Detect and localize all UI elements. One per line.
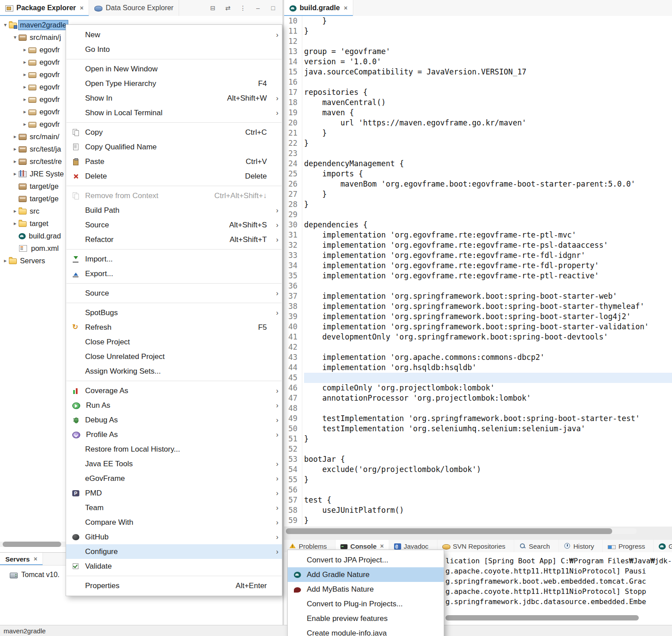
code-line-x[interactable]: 19 maven { bbox=[284, 108, 672, 118]
menu-item-copy[interactable]: Copy Ctrl+C bbox=[66, 125, 282, 140]
expand-arrow-icon[interactable]: ▸ bbox=[21, 71, 28, 78]
code-line-x[interactable]: 14 version = '1.0.0' bbox=[284, 57, 672, 67]
code-editor[interactable]: 10 } 11 } 12 13 group = 'egovframe' 14 v… bbox=[284, 16, 672, 527]
code-line-x[interactable]: 57 test { bbox=[284, 495, 672, 505]
code-line-x[interactable]: 25 imports { bbox=[284, 169, 672, 179]
menu-item-assign-working-sets[interactable]: Assign Working Sets... bbox=[66, 364, 282, 378]
code-line-x[interactable]: 11 } bbox=[284, 26, 672, 36]
menu-item-delete[interactable]: Delete Delete bbox=[66, 169, 282, 183]
expand-arrow-icon[interactable]: ▸ bbox=[12, 146, 19, 152]
code-line-x[interactable]: 28 } bbox=[284, 199, 672, 210]
menu-item-properties[interactable]: Properties Alt+Enter bbox=[66, 578, 282, 593]
code-line-x[interactable]: 30 dependencies { bbox=[284, 220, 672, 230]
scrollbar-thumb[interactable] bbox=[445, 615, 639, 620]
expand-arrow-icon[interactable]: ▸ bbox=[21, 47, 28, 53]
menu-item-pmd[interactable]: PMD › bbox=[66, 486, 282, 500]
toolbar-button-view-menu[interactable]: ⋮ bbox=[238, 3, 248, 13]
editor-horizontal-scrollbar[interactable] bbox=[286, 528, 637, 534]
code-line-x[interactable]: 21 } bbox=[284, 128, 672, 138]
code-line-x[interactable]: 34 implementation 'org.egovframe.rte:ego… bbox=[284, 261, 672, 271]
code-line-x[interactable]: 54 exclude('org/projectlombok/lombok') bbox=[284, 464, 672, 475]
menu-item-sep[interactable] bbox=[66, 122, 281, 123]
menu-item-coverage-as[interactable]: Coverage As › bbox=[66, 383, 282, 398]
code-line-x[interactable]: 16 bbox=[284, 77, 672, 87]
expand-arrow-icon[interactable]: ▸ bbox=[12, 171, 19, 177]
menu-item-sep[interactable] bbox=[66, 303, 281, 303]
menu-item-import[interactable]: Import... bbox=[66, 252, 282, 266]
toolbar-button-maximize[interactable]: □ bbox=[268, 3, 278, 13]
scrollbar-thumb[interactable] bbox=[3, 542, 61, 547]
menu-item-open-type-hierarchy[interactable]: Open Type Hierarchy F4 bbox=[66, 76, 282, 91]
code-line-x[interactable]: 56 bbox=[284, 485, 672, 495]
menu-item-sep[interactable] bbox=[66, 381, 281, 381]
code-line-x[interactable]: 37 implementation 'org.springframework.b… bbox=[284, 291, 672, 301]
code-line-x[interactable]: 18 mavenCentral() bbox=[284, 98, 672, 108]
code-line-x[interactable]: 12 bbox=[284, 36, 672, 47]
code-line-x[interactable]: 41 developmentOnly 'org.springframework.… bbox=[284, 332, 672, 342]
code-line-x[interactable]: 47 annotationProcessor 'org.projectlombo… bbox=[284, 393, 672, 403]
code-line-x[interactable]: 29 bbox=[284, 210, 672, 220]
menu-item-sep[interactable] bbox=[66, 576, 281, 576]
code-line-x[interactable]: 59 } bbox=[284, 515, 672, 526]
menu-item-remove-from-context[interactable]: Remove from Context Ctrl+Alt+Shift+↓ bbox=[66, 188, 282, 203]
code-line-x[interactable]: 22 } bbox=[284, 138, 672, 148]
menu-item-refresh[interactable]: Refresh F5 bbox=[66, 320, 282, 335]
tab-search[interactable]: Search bbox=[514, 540, 559, 552]
menu-item-close-unrelated-project[interactable]: Close Unrelated Project bbox=[66, 349, 282, 364]
code-line-x[interactable]: 46 compileOnly 'org.projectlombok:lombok… bbox=[284, 383, 672, 393]
tab-data-source-explorer[interactable]: Data Source Explorer bbox=[89, 0, 179, 16]
tab-svn-repositories[interactable]: SVN Repositories bbox=[438, 540, 514, 552]
code-line-x[interactable]: 23 bbox=[284, 148, 672, 159]
menu-item-new[interactable]: New › bbox=[66, 27, 282, 42]
menu-item-configure[interactable]: Configure › bbox=[66, 544, 282, 559]
expand-arrow-icon[interactable]: ▸ bbox=[12, 158, 19, 164]
code-line-x[interactable]: 20 url 'https://maven.egovframe.go.kr/ma… bbox=[284, 118, 672, 128]
menu-item-source[interactable]: Source › bbox=[66, 286, 282, 300]
expand-arrow-icon[interactable]: ▸ bbox=[2, 258, 9, 264]
close-icon[interactable]: × bbox=[34, 555, 37, 562]
menu-item-run-as[interactable]: Run As › bbox=[66, 398, 282, 413]
expand-arrow-icon[interactable]: ▸ bbox=[21, 84, 28, 90]
code-line-x[interactable]: 26 mavenBom 'org.egovframe.boot:egovfram… bbox=[284, 179, 672, 189]
expand-arrow-icon[interactable]: ▸ bbox=[21, 121, 28, 127]
tab-servers[interactable]: Servers × bbox=[0, 553, 43, 565]
code-line-x[interactable]: 31 implementation 'org.egovframe.rte:ego… bbox=[284, 230, 672, 240]
code-line-x[interactable]: 10 } bbox=[284, 16, 672, 26]
code-line-x[interactable]: 44 implementation 'org.hsqldb:hsqldb' bbox=[284, 363, 672, 373]
tab-build-gradle[interactable]: build.gradle × bbox=[284, 0, 353, 16]
code-line-x[interactable]: 48 bbox=[284, 403, 672, 414]
menu-item-show-in[interactable]: Show In Alt+Shift+W › bbox=[66, 91, 282, 105]
tab-gradle-tasks[interactable]: Gradle Tasks bbox=[654, 540, 672, 552]
toolbar-button-collapse-all[interactable]: ⊟ bbox=[208, 3, 218, 13]
menu-item-spotbugs[interactable]: SpotBugs › bbox=[66, 305, 282, 320]
close-icon[interactable]: × bbox=[80, 4, 83, 12]
code-line-x[interactable]: 51 } bbox=[284, 434, 672, 444]
code-line-x[interactable]: 49 testImplementation 'org.springframewo… bbox=[284, 414, 672, 424]
expand-arrow-icon[interactable]: ▾ bbox=[2, 22, 9, 28]
code-line-x[interactable]: 36 bbox=[284, 281, 672, 291]
close-icon[interactable]: × bbox=[344, 4, 348, 12]
code-line-x[interactable]: 52 bbox=[284, 444, 672, 454]
expand-arrow-icon[interactable]: ▾ bbox=[12, 34, 19, 40]
menu-item-profile-as[interactable]: Profile As › bbox=[66, 427, 282, 442]
code-line-x[interactable]: 33 implementation 'org.egovframe.rte:ego… bbox=[284, 250, 672, 261]
expand-arrow-icon[interactable]: ▸ bbox=[21, 96, 28, 102]
menu-item-export[interactable]: Export... bbox=[66, 266, 282, 281]
code-line-x[interactable]: 13 group = 'egovframe' bbox=[284, 47, 672, 57]
menu-item-github[interactable]: GitHub › bbox=[66, 530, 282, 544]
close-icon[interactable]: × bbox=[380, 542, 384, 550]
menu-item-egovframe[interactable]: eGovFrame › bbox=[66, 471, 282, 486]
code-line-x[interactable]: 53 bootJar { bbox=[284, 454, 672, 464]
expand-arrow-icon[interactable]: ▸ bbox=[21, 109, 28, 115]
menu-item-source[interactable]: Source Alt+Shift+S › bbox=[66, 218, 282, 232]
code-line-x[interactable]: 24 dependencyManagement { bbox=[284, 159, 672, 169]
menu-item-show-in-local-terminal[interactable]: Show in Local Terminal › bbox=[66, 105, 282, 120]
menu-item-sep[interactable] bbox=[66, 59, 281, 59]
menu-item-debug-as[interactable]: Debug As › bbox=[66, 413, 282, 427]
expand-arrow-icon[interactable]: ▸ bbox=[21, 59, 28, 65]
menu-item-copy-qualified-name[interactable]: Copy Qualified Name bbox=[66, 140, 282, 154]
menu-item-java-ee-tools[interactable]: Java EE Tools › bbox=[66, 457, 282, 471]
tab-package-explorer[interactable]: Package Explorer × bbox=[0, 0, 89, 16]
expand-arrow-icon[interactable]: ▸ bbox=[12, 220, 19, 226]
code-line-x[interactable]: 50 testImplementation 'org.seleniumhq.se… bbox=[284, 424, 672, 434]
